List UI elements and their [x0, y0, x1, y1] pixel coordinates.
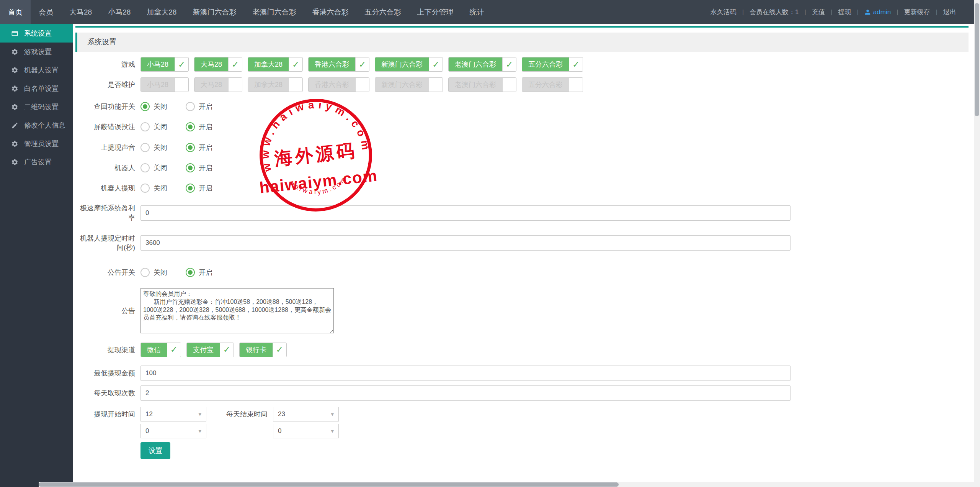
min-withdraw-input[interactable]: [140, 366, 791, 381]
canada28-toggle[interactable]: 加拿大28 ✓: [248, 57, 303, 72]
checkback-switch-row: 查回功能开关 关闭 开启: [75, 102, 969, 111]
wufen-toggle[interactable]: 五分六合彩 ✓: [522, 57, 583, 72]
canada28-toggle[interactable]: 加拿大28: [248, 77, 303, 92]
nav-item-old-macau-lottery[interactable]: 老澳门六合彩: [244, 0, 304, 24]
sidebar-item-label: 系统设置: [24, 29, 52, 38]
sidebar-item-admin-settings[interactable]: 管理员设置: [0, 134, 73, 153]
check-icon[interactable]: [569, 78, 583, 92]
chevron-down-icon: ▾: [331, 411, 334, 418]
nav-item-new-macau-lottery[interactable]: 新澳门六合彩: [185, 0, 244, 24]
nav-item-home[interactable]: 首页: [0, 0, 31, 24]
notice-textarea[interactable]: 尊敬的会员用户： 新用户首充赠送彩金：首冲100送58，200送88，500送1…: [140, 288, 334, 333]
nav-item-label: 老澳门六合彩: [252, 8, 296, 16]
nav-item-dama28[interactable]: 大马28: [61, 0, 100, 24]
old-macau-toggle[interactable]: 老澳门六合彩: [448, 77, 516, 92]
check-icon[interactable]: ✓: [429, 57, 443, 71]
nav-item-xiaoma28[interactable]: 小马28: [100, 0, 139, 24]
sidebar-item-edit-profile[interactable]: 修改个人信息: [0, 116, 73, 134]
withdraw-start-hour-select[interactable]: 12 ▾: [140, 407, 206, 421]
check-icon[interactable]: [502, 78, 516, 92]
check-icon[interactable]: [289, 78, 302, 92]
vertical-scrollbar[interactable]: [974, 0, 980, 482]
gear-icon: [11, 48, 18, 56]
daily-withdraw-count-input[interactable]: [140, 385, 791, 401]
logout-link[interactable]: 退出: [943, 8, 956, 16]
radio-off[interactable]: [140, 184, 150, 193]
hongkong-toggle[interactable]: 香港六合彩 ✓: [308, 57, 369, 72]
recharge-link[interactable]: 充值: [812, 8, 825, 16]
check-icon[interactable]: ✓: [220, 343, 234, 357]
bankcard-toggle[interactable]: 银行卡 ✓: [239, 343, 287, 357]
check-icon[interactable]: [355, 78, 369, 92]
dama28-toggle[interactable]: 大马28 ✓: [194, 57, 242, 72]
radio-on-label: 开启: [199, 163, 212, 172]
radio-on[interactable]: [186, 143, 195, 152]
check-icon[interactable]: ✓: [273, 343, 286, 357]
check-icon[interactable]: ✓: [175, 57, 188, 71]
vertical-scrollbar-thumb[interactable]: [975, 3, 979, 116]
radio-on[interactable]: [186, 163, 195, 172]
radio-off[interactable]: [140, 268, 150, 277]
check-icon[interactable]: ✓: [167, 343, 181, 357]
radio-off[interactable]: [140, 163, 150, 172]
nav-item-members[interactable]: 会员: [31, 0, 61, 24]
horizontal-scrollbar-thumb[interactable]: [39, 482, 619, 487]
radio-on[interactable]: [186, 102, 195, 111]
toggle-label: 大马28: [194, 57, 228, 71]
wechat-toggle[interactable]: 微信 ✓: [140, 343, 181, 357]
form-label: 每天结束时间: [226, 410, 268, 419]
sidebar-item-robot-settings[interactable]: 机器人设置: [0, 61, 73, 79]
sidebar-item-label: 修改个人信息: [24, 121, 65, 130]
xiaoma28-toggle[interactable]: 小马28: [140, 77, 189, 92]
radio-on[interactable]: [186, 122, 195, 131]
check-icon[interactable]: ✓: [228, 57, 242, 71]
withdraw-link[interactable]: 提现: [838, 8, 851, 16]
sidebar-item-system-settings[interactable]: 系统设置: [0, 24, 73, 43]
radio-on[interactable]: [186, 268, 195, 277]
horizontal-scrollbar[interactable]: [0, 482, 980, 487]
check-icon[interactable]: ✓: [355, 57, 369, 71]
new-macau-toggle[interactable]: 新澳门六合彩 ✓: [375, 57, 443, 72]
toggle-label: 银行卡: [240, 343, 273, 357]
withdraw-end-minute-select[interactable]: 0 ▾: [273, 424, 339, 438]
pencil-icon: [11, 121, 18, 129]
alipay-toggle[interactable]: 支付宝 ✓: [186, 343, 234, 357]
new-macau-toggle[interactable]: 新澳门六合彩: [375, 77, 443, 92]
old-macau-toggle[interactable]: 老澳门六合彩 ✓: [448, 57, 516, 72]
hongkong-toggle[interactable]: 香港六合彩: [308, 77, 369, 92]
wufen-toggle[interactable]: 五分六合彩: [522, 77, 583, 92]
check-icon[interactable]: [228, 78, 242, 92]
sidebar-item-ad-settings[interactable]: 广告设置: [0, 153, 73, 171]
admin-menu[interactable]: admin: [864, 8, 891, 16]
nav-item-stats[interactable]: 统计: [461, 0, 492, 24]
radio-off[interactable]: [140, 143, 150, 152]
sidebar-item-whitelist-settings[interactable]: 白名单设置: [0, 79, 73, 98]
profit-rate-input[interactable]: [140, 205, 791, 221]
check-icon[interactable]: [175, 78, 188, 92]
radio-on-label: 开启: [199, 122, 212, 131]
nav-item-canada28[interactable]: 加拿大28: [139, 0, 185, 24]
nav-item-wufen-lottery[interactable]: 五分六合彩: [356, 0, 409, 24]
check-icon[interactable]: ✓: [289, 57, 302, 71]
radio-on[interactable]: [186, 184, 195, 193]
xiaoma28-toggle[interactable]: 小马28 ✓: [140, 57, 189, 72]
withdraw-end-hour-select[interactable]: 23 ▾: [273, 407, 339, 421]
check-icon[interactable]: ✓: [569, 57, 583, 71]
sidebar-item-qrcode-settings[interactable]: 二维码设置: [0, 98, 73, 116]
refresh-cache-link[interactable]: 更新缓存: [904, 8, 930, 16]
check-icon[interactable]: ✓: [502, 57, 516, 71]
submit-button[interactable]: 设置: [140, 442, 170, 459]
radio-off[interactable]: [140, 122, 150, 131]
robot-withdraw-time-input[interactable]: [140, 235, 791, 251]
toggle-label: 新澳门六合彩: [375, 57, 429, 71]
form-label: 机器人提现定时时间(秒): [75, 234, 135, 253]
nav-item-updown-manage[interactable]: 上下分管理: [409, 0, 461, 24]
sidebar-item-game-settings[interactable]: 游戏设置: [0, 43, 73, 61]
nav-item-hongkong-lottery[interactable]: 香港六合彩: [304, 0, 356, 24]
nav-item-label: 上下分管理: [417, 8, 453, 16]
check-icon[interactable]: [429, 78, 443, 92]
withdraw-start-minute-select[interactable]: 0 ▾: [140, 424, 206, 438]
perma-link[interactable]: 永久活码: [710, 8, 737, 16]
radio-off[interactable]: [140, 102, 150, 111]
dama28-toggle[interactable]: 大马28: [194, 77, 242, 92]
